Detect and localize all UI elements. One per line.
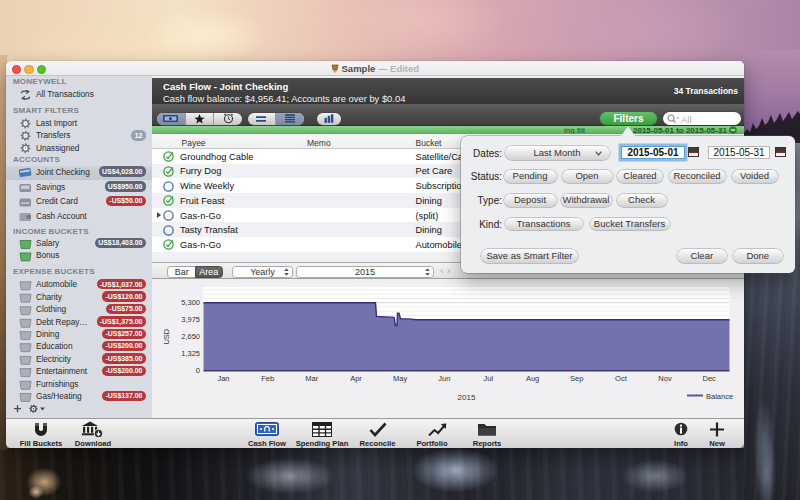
svg-text:3,975: 3,975 [181,315,200,324]
svg-text:Balance: Balance [706,391,733,400]
svg-text:1,325: 1,325 [181,349,200,358]
svg-text:0: 0 [196,366,200,375]
svg-text:USD: USD [162,328,171,344]
svg-text:Apr: Apr [350,373,362,382]
svg-text:Mar: Mar [305,373,318,382]
svg-text:Oct: Oct [615,373,628,382]
svg-text:May: May [393,373,407,382]
svg-text:Jul: Jul [484,373,494,382]
svg-text:Dec: Dec [703,373,717,382]
svg-text:Nov: Nov [658,373,672,382]
svg-text:Aug: Aug [526,373,539,382]
svg-text:Feb: Feb [261,373,274,382]
svg-text:Jan: Jan [217,373,229,382]
svg-text:2015: 2015 [458,392,476,401]
svg-text:Sep: Sep [570,373,583,382]
svg-text:5,300: 5,300 [181,298,200,307]
svg-text:Jun: Jun [438,373,450,382]
svg-text:2,650: 2,650 [181,332,200,341]
